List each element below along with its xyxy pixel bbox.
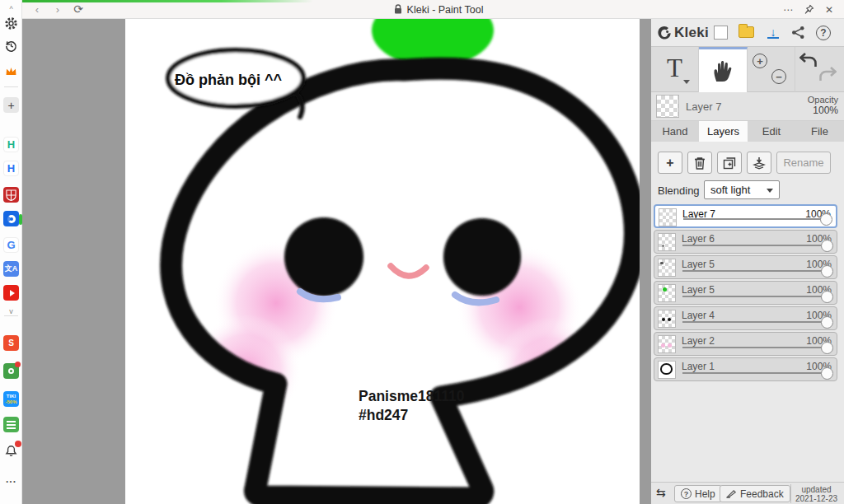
blending-mode-select[interactable]: soft light: [704, 180, 780, 199]
hand-tool-button-active[interactable]: [699, 47, 748, 92]
layer-thumbnail: [658, 284, 676, 302]
panel-footer: ⇆ ? Help Feedback updated 2021-12-23: [651, 482, 844, 504]
opacity-slider-track[interactable]: [682, 296, 826, 297]
question-circle-icon: ?: [681, 488, 692, 499]
tool-row: T + −: [651, 47, 844, 92]
zoom-in-button[interactable]: +: [753, 54, 767, 68]
sidebar-collapse-chevron-icon[interactable]: ^: [3, 1, 19, 16]
signature-line2: #hd247: [359, 407, 408, 423]
zoom-out-button[interactable]: −: [771, 69, 786, 84]
opacity-slider-knob[interactable]: [821, 240, 833, 252]
redo-icon[interactable]: [818, 67, 837, 83]
refresh-button[interactable]: ⟳: [71, 2, 86, 16]
notifications-bell-icon[interactable]: [3, 443, 19, 459]
drawing: Đồ phản bội ^^ Panisme181110 #hd247: [125, 19, 640, 504]
layer-row-2[interactable]: Layer 2 100%: [654, 332, 837, 356]
add-layer-button[interactable]: +: [658, 152, 682, 174]
kleki-app-window: ‹ › ⟳ Kleki - Paint Tool ⋯ ✕ ^: [0, 0, 844, 504]
merge-down-icon: [753, 156, 766, 170]
google-icon[interactable]: G: [3, 237, 19, 253]
right-eye: [443, 218, 521, 296]
help-circle-button[interactable]: ?: [816, 26, 831, 40]
close-window-button[interactable]: ✕: [821, 2, 837, 17]
new-image-button[interactable]: [714, 26, 728, 40]
layer-thumbnail: [658, 335, 676, 353]
layer-row-7[interactable]: Layer 7 100%: [654, 204, 837, 228]
green-app-icon[interactable]: [3, 363, 19, 379]
sidebar-divider: [4, 86, 18, 87]
swap-colors-icon[interactable]: ⇆: [656, 486, 666, 499]
tiki-sale-icon[interactable]: TIKI-50%: [3, 391, 19, 407]
sidebar-more-icon[interactable]: ...: [3, 471, 19, 487]
notification-dot: [15, 362, 21, 367]
feedback-button[interactable]: Feedback: [720, 485, 790, 502]
tab-edit[interactable]: Edit: [748, 121, 795, 142]
crown-icon[interactable]: [3, 63, 19, 78]
signature-line1: Panisme181110: [359, 388, 465, 404]
tab-layers[interactable]: Layers: [699, 121, 748, 142]
speech-bubble-text: Đồ phản bội ^^: [175, 72, 282, 88]
layer-thumbnail: [658, 361, 676, 379]
layer-row-6[interactable]: Layer 6 100%: [654, 230, 837, 254]
delete-layer-button[interactable]: [687, 152, 712, 174]
current-layer-name: Layer 7: [686, 100, 721, 113]
open-file-button[interactable]: [738, 26, 754, 38]
settings-gear-icon[interactable]: [3, 16, 19, 31]
youtube-icon[interactable]: [3, 285, 19, 301]
undo-redo-cell: [795, 47, 844, 92]
paint-canvas[interactable]: Đồ phản bội ^^ Panisme181110 #hd247: [125, 19, 640, 504]
coccoc-browser-icon[interactable]: [3, 211, 19, 226]
back-button[interactable]: ‹: [30, 2, 45, 16]
opacity-slider-track[interactable]: [682, 245, 826, 246]
store-icon[interactable]: [3, 417, 19, 432]
text-tool-button[interactable]: T: [651, 47, 699, 92]
more-menu-button[interactable]: ⋯: [780, 2, 796, 17]
opacity-slider-knob[interactable]: [821, 342, 833, 354]
share-button[interactable]: [791, 26, 805, 40]
trash-icon: [694, 156, 706, 170]
history-icon[interactable]: [3, 38, 19, 54]
text-tool-dropdown-caret[interactable]: [683, 80, 690, 84]
h-app-icon[interactable]: H: [3, 161, 19, 176]
forward-button[interactable]: ›: [50, 2, 65, 16]
shopee-icon[interactable]: S: [3, 335, 19, 351]
chevron-down-icon: [767, 189, 773, 193]
opacity-slider-knob[interactable]: [820, 213, 832, 226]
layer-thumbnail: [658, 259, 676, 277]
opacity-slider-track[interactable]: [682, 372, 826, 374]
pin-window-button[interactable]: [800, 2, 817, 17]
opacity-slider-knob[interactable]: [821, 265, 833, 278]
google-translate-icon[interactable]: 文A: [3, 261, 19, 277]
opacity-slider-track[interactable]: [682, 347, 826, 348]
rename-layer-button[interactable]: Rename: [776, 152, 831, 174]
browser-sidebar: ^ + H H G 文A v S TIKI-50%: [0, 0, 22, 504]
opacity-slider-track[interactable]: [682, 270, 826, 272]
duplicate-layer-button[interactable]: [717, 152, 742, 174]
merge-layer-button[interactable]: [747, 152, 771, 174]
hahalolo-icon[interactable]: H: [3, 137, 19, 152]
shield-crest-icon[interactable]: [3, 187, 19, 203]
layer-row-4[interactable]: Layer 4 100%: [654, 306, 837, 330]
pin-icon: [804, 4, 814, 15]
opacity-slider-track[interactable]: [683, 218, 825, 220]
opacity-slider-knob[interactable]: [821, 316, 833, 329]
layer-row-5b[interactable]: Layer 5 100%: [654, 255, 837, 279]
layer-row-5a[interactable]: Layer 5 100%: [654, 281, 837, 305]
sidebar-expand-chevron-icon[interactable]: v: [3, 303, 19, 319]
undo-icon[interactable]: [799, 53, 818, 69]
layer-row-1[interactable]: Layer 1 100%: [654, 357, 837, 381]
panel-tabs: Hand Layers Edit File: [651, 121, 844, 142]
updated-date: updated 2021-12-23: [790, 484, 842, 503]
tab-hand[interactable]: Hand: [651, 121, 699, 142]
opacity-slider-knob[interactable]: [821, 291, 833, 303]
pencil-icon: [726, 489, 737, 498]
download-save-button[interactable]: ↓: [766, 24, 781, 40]
help-button[interactable]: ? Help: [674, 485, 722, 502]
opacity-slider-track[interactable]: [682, 321, 826, 323]
opacity-slider-knob[interactable]: [821, 367, 833, 380]
current-layer-thumbnail[interactable]: [656, 95, 679, 118]
tab-file[interactable]: File: [795, 121, 844, 142]
layer-thumbnail: [658, 310, 676, 328]
add-bookmark-button[interactable]: +: [3, 97, 19, 113]
window-title-group: Kleki - Paint Tool: [0, 0, 844, 19]
